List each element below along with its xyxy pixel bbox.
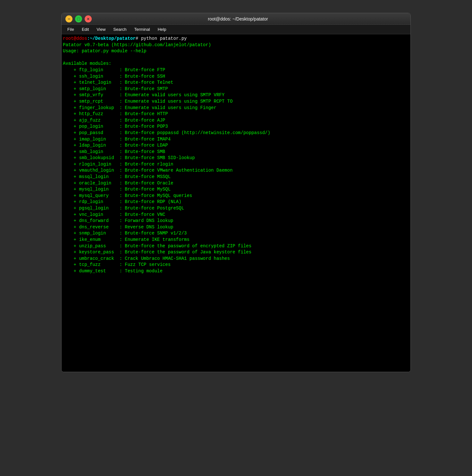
terminal-line: + dummy_test : Testing module [63,268,409,275]
terminal-line: + mysql_login : Brute-force MySQL [63,186,409,193]
terminal-line: + mysql_query : Brute-force MySQL querie… [63,193,409,199]
terminal-line: + rlogin_login : Brute-force rlogin [63,161,409,168]
terminal-line: Usage: patator.py module --help [63,48,409,55]
terminal-line: + smb_lookupsid : Brute-force SMB SID-lo… [63,155,409,161]
terminal-line [63,55,409,61]
terminal-output[interactable]: root@ddos:~/Desktop/patator# python pata… [62,34,410,372]
terminal-line: + smtp_rcpt : Enumerate valid users usin… [63,98,409,105]
terminal-line: + ssh_login : Brute-force SSH [63,73,409,80]
menu-file[interactable]: File [64,26,77,32]
terminal-line: + dns_reverse : Reverse DNS lookup [63,224,409,231]
window-controls: − □ × [65,15,92,22]
maximize-button[interactable]: □ [75,15,82,22]
terminal-line: + smtp_login : Brute-force SMTP [63,86,409,92]
terminal-line: + imap_login : Brute-force IMAP4 [63,136,409,143]
terminal-line: + tcp_fuzz : Fuzz TCP services [63,262,409,268]
menubar: File Edit View Search Terminal Help [62,25,410,34]
terminal-line: + telnet_login : Brute-force Telnet [63,80,409,86]
prompt-symbol: # [136,36,138,41]
terminal-line: + oracle_login : Brute-force Oracle [63,180,409,187]
menu-terminal[interactable]: Terminal [131,26,153,32]
window-title: root@ddos: ~/Desktop/patator [92,16,384,21]
terminal-line: + http_fuzz : Brute-force HTTP [63,111,409,117]
terminal-line: + dns_forward : Forward DNS lookup [63,218,409,224]
terminal-line: + smb_login : Brute-force SMB [63,149,409,155]
terminal-line: + snmp_login : Brute-force SNMP v1/2/3 [63,230,409,237]
terminal-line: + pop_passd : Brute-force poppassd (http… [63,130,409,136]
close-button[interactable]: × [85,15,92,22]
terminal-line: Patator v0.7-beta (https://github.com/la… [63,42,409,48]
terminal-line: + ldap_login : Brute-force LDAP [63,142,409,149]
menu-edit[interactable]: Edit [79,26,92,32]
prompt-path: :~/Desktop/patator [87,36,136,41]
minimize-button[interactable]: − [65,15,72,22]
terminal-window: − □ × root@ddos: ~/Desktop/patator File … [61,13,411,372]
terminal-line: + unzip_pass : Brute-force the password … [63,243,409,250]
menu-search[interactable]: Search [110,26,130,32]
terminal-line: + finger_lookup : Enumerate valid users … [63,105,409,111]
terminal-line: + smtp_vrfy : Enumerate valid users usin… [63,92,409,98]
terminal-line: + vnc_login : Brute-force VNC [63,212,409,218]
terminal-line: + keystore_pass : Brute-force the passwo… [63,249,409,256]
titlebar: − □ × root@ddos: ~/Desktop/patator [62,13,410,25]
terminal-line: + pop_login : Brute-force POP3 [63,123,409,130]
terminal-line: + mssql_login : Brute-force MSSQL [63,174,409,180]
terminal-line: + vmauthd_login : Brute-force VMware Aut… [63,167,409,174]
terminal-line: + rdp_login : Brute-force RDP (NLA) [63,199,409,205]
terminal-line: + pgsql_login : Brute-force PostgreSQL [63,205,409,212]
terminal-line: + umbraco_crack : Crack Umbraco HMAC-SHA… [63,256,409,262]
terminal-line: + ike_enum : Enumerate IKE transforms [63,237,409,243]
command-text: python patator.py [138,36,187,41]
terminal-line: + ftp_login : Brute-force FTP [63,67,409,73]
menu-view[interactable]: View [93,26,109,32]
menu-help[interactable]: Help [155,26,170,32]
terminal-line: + ajp_fuzz : Brute-force AJP [63,117,409,124]
prompt-user: root@ddos [63,36,87,41]
terminal-line: Available modules: [63,61,409,67]
